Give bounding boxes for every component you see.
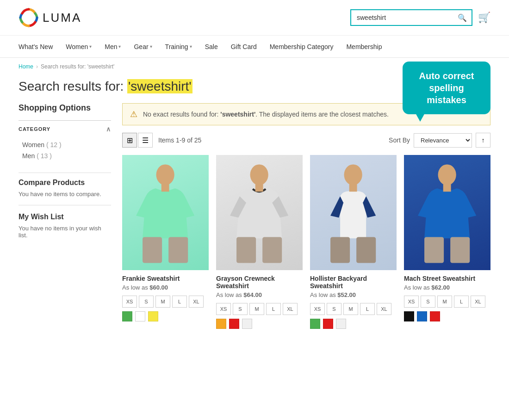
svg-rect-7	[263, 237, 282, 263]
size-l[interactable]: L	[172, 296, 187, 308]
sort-select[interactable]: Relevance Price Product Name	[414, 133, 472, 148]
product-figure-icon	[314, 161, 392, 264]
product-sizes: XS S M L XL	[404, 296, 490, 308]
product-image[interactable]	[310, 155, 397, 270]
product-card: Grayson Crewneck Sweatshirt As low as $6…	[216, 155, 303, 329]
product-card: Frankie Sweatshirt As low as $60.00 XS S…	[122, 155, 209, 329]
sidebar: Shopping Options CATEGORY ∧ Women ( 12 )…	[19, 103, 111, 329]
sidebar-divider2	[19, 205, 111, 205]
list-item[interactable]: Men ( 13 )	[19, 150, 111, 161]
nav-item-sale[interactable]: Sale	[205, 43, 218, 50]
header-right: 🔍 🛒	[350, 9, 490, 26]
product-image[interactable]	[122, 155, 209, 270]
nav-item-gear[interactable]: Gear ▾	[134, 43, 152, 50]
size-xs[interactable]: XS	[310, 303, 325, 315]
color-swatch[interactable]	[148, 311, 158, 321]
alert-keyword: 'sweetshirt'	[220, 111, 255, 118]
nav-item-membership[interactable]: Membership	[346, 43, 382, 50]
size-s[interactable]: S	[327, 303, 341, 315]
product-figure-icon	[408, 161, 486, 264]
breadcrumb-separator: ›	[36, 63, 38, 70]
sort-label: Sort By	[389, 136, 410, 144]
logo[interactable]: LUMA	[19, 7, 81, 28]
svg-rect-14	[424, 237, 444, 263]
cart-icon[interactable]: 🛒	[478, 12, 490, 24]
size-s[interactable]: S	[139, 296, 154, 308]
svg-point-1	[156, 165, 174, 185]
svg-rect-16	[443, 184, 451, 192]
search-query-highlight: 'sweetshirt'	[127, 79, 192, 93]
size-l[interactable]: L	[266, 303, 281, 315]
svg-rect-3	[169, 237, 188, 263]
shopping-options-title: Shopping Options	[19, 103, 111, 113]
nav-item-men[interactable]: Men ▾	[105, 43, 121, 50]
search-input[interactable]	[351, 10, 453, 25]
nav-item-women[interactable]: Women ▾	[66, 43, 92, 50]
product-colors	[404, 311, 490, 321]
product-colors	[216, 319, 303, 329]
nav-item-training[interactable]: Training ▾	[165, 43, 192, 50]
content-area: ⚠ No exact results found for: 'sweetshir…	[122, 103, 490, 329]
svg-rect-12	[349, 184, 357, 192]
size-l[interactable]: L	[360, 303, 375, 315]
product-name[interactable]: Frankie Sweatshirt	[122, 275, 209, 282]
nav-item-membership-category[interactable]: Membership Category	[270, 43, 334, 50]
grid-view-button[interactable]: ⊞	[122, 133, 137, 148]
search-button[interactable]: 🔍	[453, 11, 472, 25]
size-xs[interactable]: XS	[404, 296, 419, 308]
auto-correct-bubble: Auto correct spelling mistakes	[403, 62, 490, 114]
size-s[interactable]: S	[421, 296, 435, 308]
size-xl[interactable]: XL	[377, 303, 391, 315]
size-xl[interactable]: XL	[283, 303, 298, 315]
size-xl[interactable]: XL	[471, 296, 485, 308]
size-xl[interactable]: XL	[189, 296, 204, 308]
size-l[interactable]: L	[454, 296, 469, 308]
nav-item-gift-card[interactable]: Gift Card	[231, 43, 257, 50]
svg-rect-2	[143, 237, 162, 263]
color-swatch[interactable]	[310, 319, 320, 329]
svg-point-9	[344, 165, 362, 185]
svg-rect-4	[161, 184, 169, 192]
category-collapse-icon: ∧	[106, 125, 111, 133]
products-grid: Frankie Sweatshirt As low as $60.00 XS S…	[122, 155, 490, 329]
sort-direction-button[interactable]: ↑	[476, 133, 490, 148]
view-buttons: ⊞ ☰	[122, 133, 153, 148]
color-swatch[interactable]	[323, 319, 333, 329]
bubble-tail-icon	[416, 113, 425, 122]
category-header[interactable]: CATEGORY ∧	[19, 120, 111, 137]
search-box: 🔍	[350, 9, 472, 26]
size-m[interactable]: M	[155, 296, 170, 308]
size-s[interactable]: S	[233, 303, 248, 315]
main-nav: What's New Women ▾ Men ▾ Gear ▾ Training…	[0, 36, 509, 58]
size-m[interactable]: M	[343, 303, 358, 315]
svg-rect-8	[255, 184, 263, 192]
size-xs[interactable]: XS	[122, 296, 137, 308]
luma-logo-icon	[19, 7, 39, 28]
color-swatch[interactable]	[216, 319, 226, 329]
compare-title: Compare Products	[19, 179, 111, 187]
color-swatch[interactable]	[135, 311, 145, 321]
color-swatch[interactable]	[336, 319, 346, 329]
product-image[interactable]	[404, 155, 490, 270]
product-image[interactable]	[216, 155, 303, 270]
product-name[interactable]: Grayson Crewneck Sweatshirt	[216, 275, 303, 290]
color-swatch[interactable]	[229, 319, 239, 329]
items-count: Items 1-9 of 25	[158, 136, 201, 144]
color-swatch[interactable]	[417, 311, 427, 321]
size-xs[interactable]: XS	[216, 303, 231, 315]
color-swatch[interactable]	[430, 311, 440, 321]
size-m[interactable]: M	[249, 303, 264, 315]
product-name[interactable]: Hollister Backyard Sweatshirt	[310, 275, 397, 290]
color-swatch[interactable]	[404, 311, 414, 321]
list-view-button[interactable]: ☰	[138, 133, 153, 148]
wishlist-text: You have no items in your wish list.	[19, 225, 111, 239]
breadcrumb-home[interactable]: Home	[19, 63, 33, 70]
size-m[interactable]: M	[437, 296, 452, 308]
product-name[interactable]: Mach Street Sweatshirt	[404, 275, 490, 282]
color-swatch[interactable]	[242, 319, 252, 329]
color-swatch[interactable]	[122, 311, 132, 321]
product-sizes: XS S M L XL	[216, 303, 303, 315]
nav-item-whats-new[interactable]: What's New	[19, 43, 53, 50]
list-item[interactable]: Women ( 12 )	[19, 139, 111, 150]
svg-rect-15	[451, 237, 470, 263]
